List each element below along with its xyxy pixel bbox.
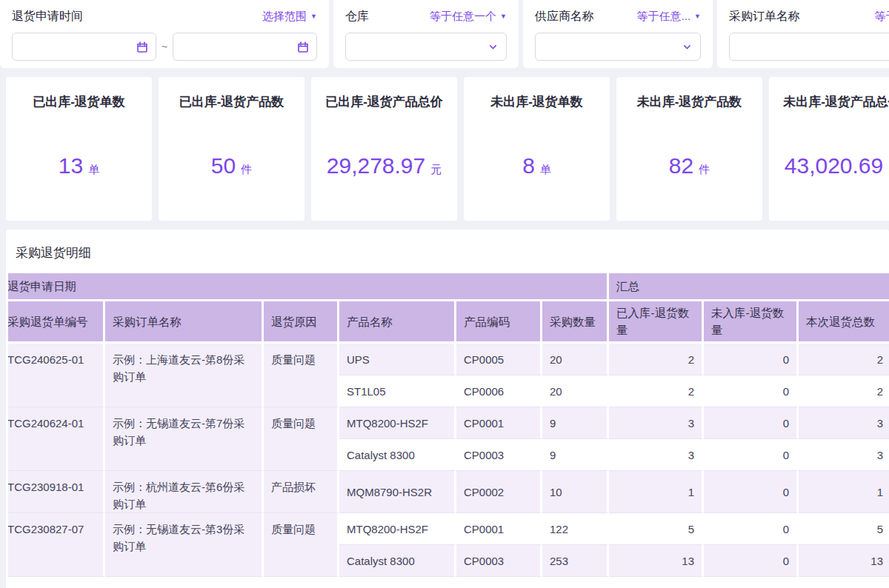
stat-card-unshipped-return-total-price: 未出库-退货产品总价43,020.69元	[769, 77, 889, 221]
return-reason-cell: 质量问题	[264, 407, 339, 471]
in-stock-return-qty-cell: 1	[609, 471, 704, 513]
warehouse-select[interactable]	[345, 33, 507, 61]
purchase-qty-cell: 10	[542, 471, 609, 513]
purchase-qty-cell: 20	[542, 344, 609, 375]
stat-value: 29,278.97	[327, 153, 425, 178]
purchase-order-name-select[interactable]	[729, 33, 889, 61]
not-in-stock-return-qty-cell: 0	[704, 513, 799, 545]
date-start-input[interactable]	[12, 33, 156, 61]
group-header-return-apply-date: 退货申请日期	[8, 273, 609, 301]
stat-card-shipped-return-products: 已出库-退货产品数50件	[159, 77, 304, 221]
group-header-summary: 汇总	[609, 273, 889, 301]
order-name-cell: 示例：上海道友云-第8份采购订单	[105, 344, 264, 407]
table-scroll-area[interactable]: 退货申请日期汇总采购退货单编号采购订单名称退货原因产品名称产品编码采购数量已入库…	[8, 273, 889, 577]
product-name-cell: Catalyst 8300	[339, 545, 456, 577]
supplier-name-select[interactable]	[535, 33, 701, 61]
not-in-stock-return-qty-cell: 0	[704, 407, 799, 439]
filter-operator-dropdown-warehouse[interactable]: 等于任意一个▼	[430, 10, 507, 24]
return-total-cell: 5	[799, 513, 889, 545]
return-reason-cell: 质量问题	[264, 344, 339, 407]
purchase-qty-cell: 253	[542, 545, 609, 577]
product-code-cell: CP0003	[456, 545, 542, 577]
stat-unit: 单	[88, 163, 99, 177]
not-in-stock-return-qty-cell: 0	[704, 344, 799, 375]
calendar-icon	[297, 41, 309, 53]
filter-panel-purchase-order-name: 采购订单名称等于任...▼	[717, 0, 889, 68]
stat-unit: 件	[241, 163, 252, 177]
return-total-cell: 3	[799, 439, 889, 471]
purchase-qty-cell: 9	[542, 407, 609, 439]
product-code-cell: CP0005	[456, 344, 542, 375]
filter-panel-return-apply-time: 退货申请时间选择范围▼~	[0, 0, 329, 68]
product-name-cell: ST1L05	[339, 375, 456, 407]
in-stock-return-qty-cell: 3	[609, 407, 704, 439]
stat-unit: 单	[540, 163, 551, 177]
return-total-cell: 1	[799, 471, 889, 513]
purchase-qty-cell: 122	[542, 513, 609, 545]
filter-label-warehouse: 仓库	[345, 9, 369, 24]
purchase-return-detail-card: 采购退货明细 退货申请日期汇总采购退货单编号采购订单名称退货原因产品名称产品编码…	[6, 230, 889, 588]
date-end-input[interactable]	[173, 33, 317, 61]
stat-value: 8	[522, 153, 535, 178]
filter-operator-dropdown-supplier-name[interactable]: 等于任意...▼	[637, 10, 701, 24]
stat-title: 未出库-退货产品数	[616, 93, 762, 110]
order-name-cell: 示例：杭州道友云-第6份采购订单	[105, 471, 264, 513]
column-header-7: 已入库-退货数量	[609, 301, 704, 344]
stat-card-unshipped-return-products: 未出库-退货产品数82件	[616, 77, 762, 221]
not-in-stock-return-qty-cell: 0	[704, 375, 799, 407]
purchase-return-table: 退货申请日期汇总采购退货单编号采购订单名称退货原因产品名称产品编码采购数量已入库…	[8, 273, 889, 577]
return-total-cell: 13	[799, 545, 889, 577]
not-in-stock-return-qty-cell: 0	[704, 545, 799, 577]
in-stock-return-qty-cell: 2	[609, 375, 704, 407]
chevron-down-icon	[682, 41, 693, 53]
return-total-cell: 2	[799, 344, 889, 375]
dropdown-arrow-icon: ▼	[500, 13, 507, 20]
not-in-stock-return-qty-cell: 0	[704, 471, 799, 513]
filter-operator-dropdown-purchase-order-name[interactable]: 等于任...▼	[875, 10, 889, 24]
product-name-cell: MTQ8200-HS2F	[339, 513, 456, 545]
product-code-cell: CP0001	[456, 513, 542, 545]
filter-label-supplier-name: 供应商名称	[535, 9, 594, 24]
in-stock-return-qty-cell: 13	[609, 545, 704, 577]
stat-value: 50	[211, 153, 236, 178]
in-stock-return-qty-cell: 3	[609, 439, 704, 471]
stat-title: 未出库-退货产品总价	[769, 93, 889, 110]
stat-card-unshipped-return-orders: 未出库-退货单数8单	[464, 77, 610, 221]
stat-title: 未出库-退货单数	[464, 93, 610, 110]
column-header-5: 产品编码	[456, 301, 542, 344]
stat-title: 已出库-退货产品总价	[311, 93, 457, 110]
calendar-icon	[136, 41, 148, 53]
return-total-cell: 2	[799, 375, 889, 407]
product-name-cell: Catalyst 8300	[339, 439, 456, 471]
return-reason-cell: 产品损坏	[264, 471, 339, 513]
product-name-cell: MTQ8200-HS2F	[339, 407, 456, 439]
not-in-stock-return-qty-cell: 0	[704, 439, 799, 471]
table-title: 采购退货明细	[16, 244, 889, 261]
filter-operator-dropdown-return-apply-time[interactable]: 选择范围▼	[262, 10, 317, 24]
order-no-cell: TCG230827-07	[8, 513, 105, 577]
filter-panel-warehouse: 仓库等于任意一个▼	[333, 0, 519, 68]
chevron-down-icon	[487, 41, 499, 53]
filter-label-return-apply-time: 退货申请时间	[12, 9, 83, 24]
table-row: TCG240624-01示例：无锡道友云-第7份采购订单质量问题MTQ8200-…	[8, 407, 889, 439]
stat-card-shipped-return-total-price: 已出库-退货产品总价29,278.97元	[311, 77, 457, 221]
purchase-qty-cell: 20	[542, 375, 609, 407]
column-header-3: 退货原因	[264, 301, 339, 344]
filter-panel-supplier-name: 供应商名称等于任意...▼	[523, 0, 713, 68]
column-header-8: 未入库-退货数量	[704, 301, 799, 344]
stat-card-shipped-return-orders: 已出库-退货单数13单	[6, 77, 152, 221]
order-name-cell: 示例：无锡道友云-第3份采购订单	[105, 513, 264, 577]
return-total-cell: 3	[799, 407, 889, 439]
order-no-cell: TCG240625-01	[8, 344, 105, 407]
filter-operator-label: 等于任意...	[637, 10, 691, 24]
filters-row: 退货申请时间选择范围▼~仓库等于任意一个▼供应商名称等于任意...▼采购订单名称…	[0, 0, 889, 68]
filter-operator-label: 等于任意一个	[430, 10, 496, 24]
return-reason-cell: 质量问题	[264, 513, 339, 577]
stats-row: 已出库-退货单数13单已出库-退货产品数50件已出库-退货产品总价29,278.…	[6, 77, 889, 221]
product-code-cell: CP0003	[456, 439, 542, 471]
in-stock-return-qty-cell: 5	[609, 513, 704, 545]
dropdown-arrow-icon: ▼	[310, 13, 317, 20]
product-code-cell: CP0006	[456, 375, 542, 407]
order-no-cell: TCG240624-01	[8, 407, 105, 471]
in-stock-return-qty-cell: 2	[609, 344, 704, 375]
